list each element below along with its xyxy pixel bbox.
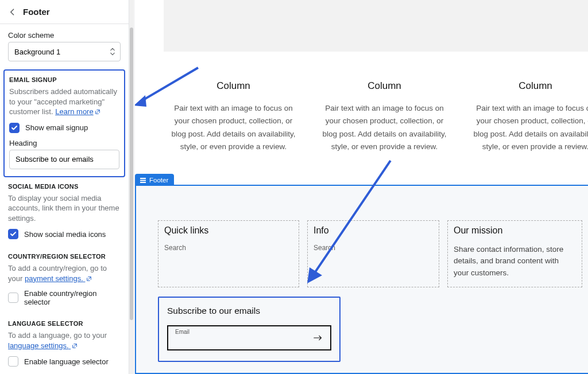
footer-col-title: Our mission (454, 225, 576, 236)
svg-rect-1 (140, 180, 146, 181)
footer-section[interactable]: Quick links Search Info Search Our missi… (135, 185, 588, 374)
multicolumn-section: Column Pair text with an image to focus … (164, 80, 588, 153)
svg-rect-2 (140, 182, 146, 183)
sidebar-title: Footer (23, 7, 50, 17)
column-block[interactable]: Column Pair text with an image to focus … (315, 80, 454, 153)
language-title: LANGUAGE SELECTOR (8, 320, 121, 327)
footer-col-title: Quick links (164, 225, 293, 236)
language-help: To add a language, go to your language s… (8, 330, 121, 350)
column-heading: Column (319, 80, 450, 92)
enable-language-checkbox[interactable]: Enable language selector (8, 356, 121, 367)
country-help: To add a country/region, go to your paym… (8, 263, 121, 283)
sidebar-header: Footer (0, 0, 129, 24)
show-social-icons-label: Show social media icons (24, 230, 106, 239)
social-media-group: SOCIAL MEDIA ICONS To display your socia… (0, 183, 129, 254)
email-signup-block[interactable]: Subscribe to our emails Email (158, 297, 341, 362)
sidebar-scrollbar-thumb[interactable] (130, 28, 133, 320)
external-link-icon (95, 109, 100, 115)
footer-link[interactable]: Search (314, 244, 433, 252)
country-title: COUNTRY/REGION SELECTOR (8, 253, 121, 260)
footer-column-mission[interactable]: Our mission Share contact information, s… (447, 220, 582, 287)
heading-label: Heading (9, 139, 119, 147)
learn-more-link[interactable]: Learn more (55, 107, 100, 116)
footer-text: Share contact information, store details… (454, 244, 576, 279)
email-signup-help: Subscribers added automatically to your … (9, 87, 119, 117)
color-scheme-select[interactable]: Background 1 (8, 42, 121, 61)
column-heading: Column (470, 80, 588, 92)
preview-canvas: Column Pair text with an image to focus … (135, 0, 588, 374)
show-email-signup-checkbox[interactable]: Show email signup (9, 123, 119, 133)
email-placeholder: Email (175, 329, 189, 335)
color-scheme-label: Color scheme (8, 31, 121, 40)
heading-input[interactable] (9, 150, 119, 169)
external-link-icon (86, 276, 92, 282)
enable-country-label: Enable country/region selector (24, 289, 121, 306)
sidebar-scrollbar[interactable] (129, 0, 134, 374)
column-block[interactable]: Column Pair text with an image to focus … (466, 80, 588, 153)
show-email-signup-label: Show email signup (25, 123, 88, 132)
column-text: Pair text with an image to focus on your… (319, 102, 450, 153)
enable-country-checkbox[interactable]: Enable country/region selector (8, 289, 121, 306)
language-selector-group: LANGUAGE SELECTOR To add a language, go … (0, 320, 129, 374)
hero-placeholder (164, 0, 588, 52)
section-icon (140, 177, 146, 184)
settings-sidebar: Footer Color scheme Background 1 EMAIL S… (0, 0, 129, 374)
footer-column-quick-links[interactable]: Quick links Search (158, 220, 299, 287)
country-selector-group: COUNTRY/REGION SELECTOR To add a country… (0, 253, 129, 320)
column-heading: Column (168, 80, 299, 92)
footer-link[interactable]: Search (164, 244, 293, 252)
back-chevron-icon[interactable] (8, 7, 17, 17)
show-social-icons-checkbox[interactable]: Show social media icons (8, 229, 121, 239)
email-input[interactable]: Email (167, 325, 331, 350)
color-scheme-section: Color scheme Background 1 (0, 24, 129, 69)
column-text: Pair text with an image to focus on your… (470, 102, 588, 153)
submit-arrow-icon[interactable] (313, 334, 323, 341)
social-help: To display your social media accounts, l… (8, 193, 121, 224)
svg-marker-4 (135, 95, 146, 107)
column-block[interactable]: Column Pair text with an image to focus … (164, 80, 303, 153)
payment-settings-link[interactable]: payment settings. (25, 274, 92, 283)
column-text: Pair text with an image to focus on your… (168, 102, 299, 153)
footer-column-info[interactable]: Info Search (307, 220, 439, 287)
footer-col-title: Info (314, 225, 433, 236)
email-signup-group: EMAIL SIGNUP Subscribers added automatic… (3, 69, 125, 177)
external-link-icon (72, 343, 78, 349)
email-signup-title: EMAIL SIGNUP (9, 76, 119, 83)
footer-tag-label: Footer (149, 177, 168, 184)
language-settings-link[interactable]: language settings. (8, 341, 78, 350)
social-title: SOCIAL MEDIA ICONS (8, 183, 121, 190)
subscribe-heading: Subscribe to our emails (167, 306, 331, 316)
svg-rect-0 (140, 178, 146, 179)
enable-language-label: Enable language selector (24, 357, 109, 366)
